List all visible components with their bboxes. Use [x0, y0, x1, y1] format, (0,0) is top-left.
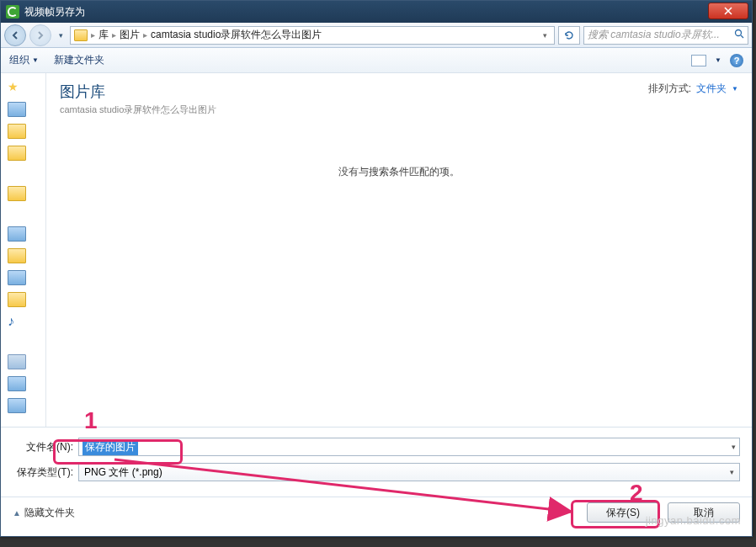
library-subtitle: camtasia studio录屏软件怎么导出图片: [60, 104, 216, 116]
chevron-down-icon[interactable]: ▼: [715, 56, 721, 64]
sidebar-item-icon[interactable]: [8, 270, 26, 285]
folder-icon: [74, 29, 88, 41]
refresh-button[interactable]: [558, 26, 580, 45]
breadcrumb-item[interactable]: 图片: [120, 28, 140, 42]
sidebar-computer-icon[interactable]: [8, 354, 26, 369]
nav-sidebar[interactable]: ★: [1, 73, 46, 427]
chevron-down-icon: ▼: [32, 56, 39, 64]
forward-button[interactable]: [29, 24, 51, 46]
sidebar-item-icon[interactable]: [8, 186, 26, 201]
address-dropdown-icon[interactable]: ▾: [540, 31, 551, 40]
favorites-star-icon[interactable]: ★: [1, 78, 45, 95]
back-button[interactable]: [4, 24, 26, 46]
sidebar-item-icon[interactable]: [8, 146, 26, 161]
content-pane: 图片库 camtasia studio录屏软件怎么导出图片 排列方式: 文件夹 …: [46, 73, 752, 427]
svg-point-0: [736, 30, 742, 36]
sort-label: 排列方式:: [648, 82, 691, 96]
search-icon: [734, 29, 744, 41]
chevron-up-icon: ▲: [13, 508, 21, 518]
nav-history-dropdown[interactable]: ▾: [55, 24, 67, 46]
window-title: 视频帧另存为: [24, 5, 85, 19]
refresh-icon: [563, 29, 575, 41]
filetype-select[interactable]: PNG 文件 (*.png) ▾: [78, 463, 740, 481]
watermark: jingyan.baidu.com: [646, 514, 741, 527]
filetype-label: 保存类型(T):: [13, 465, 78, 480]
chevron-down-icon: ▼: [732, 85, 738, 93]
view-options-button[interactable]: [691, 55, 706, 66]
sidebar-music-icon[interactable]: [8, 314, 26, 329]
help-button[interactable]: ?: [730, 54, 743, 67]
sidebar-item-icon[interactable]: [8, 226, 26, 242]
sidebar-item-icon[interactable]: [8, 376, 26, 391]
organize-menu[interactable]: 组织 ▼: [9, 53, 39, 67]
filename-value: 保存的图片: [83, 439, 138, 455]
save-as-dialog: 视频帧另存为 ▾ ▸ 库 ▸ 图片 ▸ camtasia studio录屏软件怎…: [0, 0, 753, 537]
breadcrumb-sep-icon: ▸: [91, 30, 95, 40]
breadcrumb-sep-icon: ▸: [143, 30, 147, 40]
nav-toolbar: ▾ ▸ 库 ▸ 图片 ▸ camtasia studio录屏软件怎么导出图片 ▾…: [1, 23, 752, 48]
chevron-down-icon: ▾: [730, 468, 734, 476]
sidebar-item-icon[interactable]: [8, 292, 26, 307]
body-area: ★ 图片库 camtasia studio录屏软件怎么导出图片: [1, 73, 752, 427]
filename-label: 文件名(N):: [13, 440, 78, 454]
search-input[interactable]: 搜索 camtasia studio录屏软...: [583, 26, 748, 45]
new-folder-button[interactable]: 新建文件夹: [54, 53, 104, 67]
annotation-number-1: 1: [84, 407, 98, 434]
filename-input[interactable]: 保存的图片 ▾: [78, 438, 740, 456]
close-icon: [724, 7, 732, 15]
sidebar-item-icon[interactable]: [8, 248, 26, 263]
arrow-left-icon: [10, 30, 20, 40]
arrow-right-icon: [35, 30, 45, 40]
titlebar: 视频帧另存为: [1, 1, 752, 23]
filetype-value: PNG 文件 (*.png): [84, 465, 162, 480]
sidebar-item-icon[interactable]: [8, 124, 26, 139]
empty-message: 没有与搜索条件匹配的项。: [60, 165, 738, 179]
breadcrumb-root[interactable]: 库: [98, 28, 109, 42]
sidebar-item-icon[interactable]: [8, 102, 26, 117]
breadcrumb-item[interactable]: camtasia studio录屏软件怎么导出图片: [151, 28, 322, 42]
breadcrumb-sep-icon: ▸: [112, 30, 116, 40]
close-button[interactable]: [708, 3, 748, 19]
hide-folders-toggle[interactable]: ▲ 隐藏文件夹: [13, 506, 75, 520]
sidebar-item-icon[interactable]: [8, 398, 26, 413]
sort-by-control[interactable]: 排列方式: 文件夹 ▼: [648, 82, 738, 96]
search-placeholder: 搜索 camtasia studio录屏软...: [588, 28, 720, 42]
app-icon: [6, 5, 19, 19]
annotation-number-2: 2: [630, 480, 643, 507]
command-toolbar: 组织 ▼ 新建文件夹 ▼ ?: [1, 48, 752, 73]
chevron-down-icon[interactable]: ▾: [732, 443, 736, 451]
address-bar[interactable]: ▸ 库 ▸ 图片 ▸ camtasia studio录屏软件怎么导出图片 ▾: [70, 26, 555, 45]
library-title: 图片库: [60, 82, 216, 102]
sort-value: 文件夹: [696, 82, 727, 96]
